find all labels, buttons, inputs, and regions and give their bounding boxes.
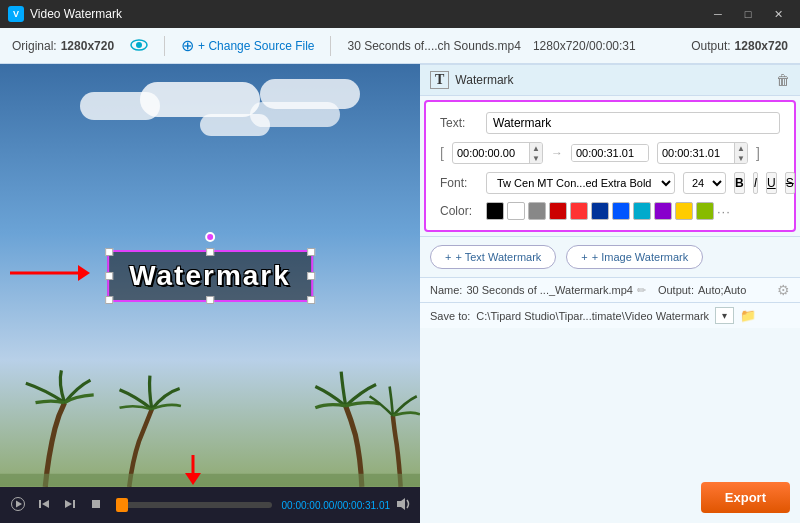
resize-handle-tl[interactable] — [105, 248, 113, 256]
strikethrough-button[interactable]: S — [785, 172, 795, 194]
resize-handle-bl[interactable] — [105, 296, 113, 304]
color-property-row: Color: — [440, 202, 780, 220]
player-controls: 00:00:00.00/00:00:31.01 — [0, 487, 420, 523]
plus-icon: + — [445, 251, 451, 263]
volume-icon[interactable] — [396, 497, 412, 514]
resize-handle-tc[interactable] — [206, 248, 214, 256]
app-title: Video Watermark — [30, 7, 704, 21]
svg-point-3 — [136, 42, 142, 48]
add-text-watermark-button[interactable]: + + Text Watermark — [430, 245, 556, 269]
time-start-down[interactable]: ▼ — [530, 153, 542, 163]
color-white[interactable] — [507, 202, 525, 220]
minimize-button[interactable]: ─ — [704, 0, 732, 28]
color-blue[interactable] — [612, 202, 630, 220]
more-colors-button[interactable]: ··· — [717, 204, 731, 219]
open-bracket: [ — [440, 145, 444, 161]
rotate-handle[interactable] — [205, 232, 215, 242]
change-source[interactable]: ⊕ + Change Source File — [181, 36, 314, 55]
edit-name-icon[interactable]: ✏ — [637, 284, 646, 297]
watermark-overlay[interactable]: Watermark — [107, 250, 313, 302]
svg-rect-11 — [39, 500, 41, 508]
file-info-bar: Name: 30 Seconds of ..._Watermark.mp4 ✏ … — [420, 277, 800, 302]
folder-icon[interactable]: 📁 — [740, 308, 756, 323]
time-start-spinners: ▲ ▼ — [529, 143, 542, 163]
arrow-indicator — [10, 260, 90, 292]
time-end-input[interactable] — [571, 144, 649, 162]
timeline-bar[interactable] — [116, 502, 272, 508]
color-darkred[interactable] — [549, 202, 567, 220]
time-start-up[interactable]: ▲ — [530, 143, 542, 153]
settings-icon[interactable]: ⚙ — [777, 282, 790, 298]
resize-handle-mr[interactable] — [307, 272, 315, 280]
color-cyan[interactable] — [633, 202, 651, 220]
text-label: Text: — [440, 116, 478, 130]
output-res: Output: 1280x720 — [691, 39, 788, 53]
output-value: Auto;Auto — [698, 284, 746, 296]
time-duration-input[interactable]: ▲ ▼ — [657, 142, 748, 164]
color-red[interactable] — [570, 202, 588, 220]
app-icon: V — [8, 6, 24, 22]
plus-icon: + — [581, 251, 587, 263]
save-path: C:\Tipard Studio\Tipar...timate\Video Wa… — [476, 310, 709, 322]
close-button[interactable]: ✕ — [764, 0, 792, 28]
eye-icon[interactable] — [130, 38, 148, 54]
main-area: Watermark — [0, 64, 800, 523]
output-label: Output: — [658, 284, 694, 296]
font-property-row: Font: Tw Cen MT Con...ed Extra Bold 24 B… — [440, 172, 780, 194]
font-label: Font: — [440, 176, 478, 190]
color-label: Color: — [440, 204, 478, 218]
play-button[interactable] — [8, 495, 28, 516]
time-start-input[interactable]: ▲ ▼ — [452, 142, 543, 164]
close-bracket: ] — [756, 145, 760, 161]
underline-button[interactable]: U — [766, 172, 777, 194]
text-input[interactable] — [486, 112, 780, 134]
font-selector[interactable]: Tw Cen MT Con...ed Extra Bold — [486, 172, 675, 194]
svg-text:V: V — [13, 9, 19, 19]
stop-button[interactable] — [86, 495, 106, 516]
delete-watermark-icon[interactable]: 🗑 — [776, 72, 790, 88]
maximize-button[interactable]: □ — [734, 0, 762, 28]
next-frame-button[interactable] — [60, 495, 80, 516]
video-preview-area: Watermark — [0, 64, 420, 523]
color-green[interactable] — [696, 202, 714, 220]
properties-panel: Text: [ ▲ ▼ — [424, 100, 796, 232]
svg-marker-16 — [397, 498, 405, 510]
save-bar: Save to: C:\Tipard Studio\Tipar...timate… — [420, 302, 800, 328]
prev-frame-button[interactable] — [34, 495, 54, 516]
time-dur-up[interactable]: ▲ — [735, 143, 747, 153]
italic-button[interactable]: I — [753, 172, 758, 194]
save-dropdown[interactable]: ▾ — [715, 307, 734, 324]
time-display: 00:00:00.00/00:00:31.01 — [282, 500, 390, 511]
color-darkblue[interactable] — [591, 202, 609, 220]
watermark-list-header: T Watermark 🗑 — [420, 65, 800, 96]
file-name-value: 30 Seconds of ..._Watermark.mp4 — [466, 284, 633, 296]
color-black[interactable] — [486, 202, 504, 220]
bold-button[interactable]: B — [734, 172, 745, 194]
color-purple[interactable] — [654, 202, 672, 220]
resize-handle-tr[interactable] — [307, 248, 315, 256]
resize-handle-ml[interactable] — [105, 272, 113, 280]
watermark-list-panel: T Watermark 🗑 Text: — [420, 65, 800, 328]
add-image-watermark-button[interactable]: + + Image Watermark — [566, 245, 703, 269]
resize-handle-bc[interactable] — [206, 296, 214, 304]
font-size-selector[interactable]: 24 — [683, 172, 726, 194]
video-canvas: Watermark — [0, 64, 420, 487]
down-arrow-svg — [181, 455, 205, 485]
bottom-panel: T Watermark 🗑 Text: — [420, 64, 800, 523]
timeline-thumb[interactable] — [116, 498, 128, 512]
time-dur-down[interactable]: ▼ — [735, 153, 747, 163]
export-button[interactable]: Export — [701, 482, 790, 513]
svg-marker-8 — [185, 473, 201, 485]
add-watermark-buttons: + + Text Watermark + + Image Watermark — [420, 236, 800, 277]
cloud — [260, 79, 360, 109]
svg-rect-13 — [73, 500, 75, 508]
watermark-type-icon: T — [430, 71, 449, 89]
window-controls: ─ □ ✕ — [704, 0, 792, 28]
resize-handle-br[interactable] — [307, 296, 315, 304]
color-gray[interactable] — [528, 202, 546, 220]
color-swatches: ··· — [486, 202, 731, 220]
time-property-row: [ ▲ ▼ → — [440, 142, 780, 164]
text-property-row: Text: — [440, 112, 780, 134]
color-yellow[interactable] — [675, 202, 693, 220]
svg-rect-4 — [0, 474, 420, 487]
